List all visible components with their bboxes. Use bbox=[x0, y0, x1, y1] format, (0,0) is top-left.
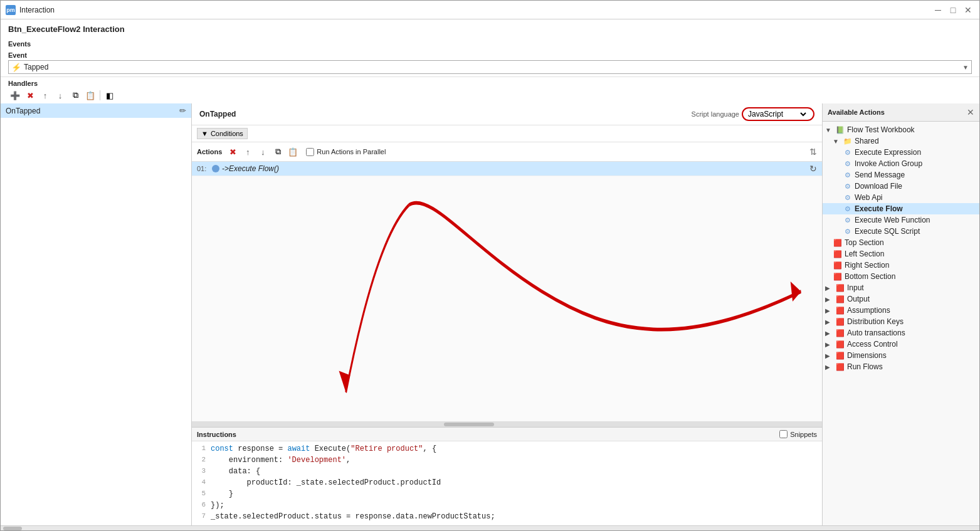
event-dropdown-arrow-icon: ▼ bbox=[962, 64, 969, 71]
handlers-toolbar: ➕ ✖ ↑ ↓ ⧉ 📋 ◧ bbox=[8, 88, 972, 102]
tree-item-auto-transactions[interactable]: ▶ 🟥 Auto transactions bbox=[823, 327, 979, 339]
parallel-label: Run Actions in Parallel bbox=[317, 148, 386, 155]
tree-label: Send Message bbox=[855, 171, 905, 179]
line-number: 3 bbox=[192, 467, 211, 475]
tree-toggle-icon: ▶ bbox=[825, 307, 835, 314]
action-icon: ⚙ bbox=[843, 216, 853, 224]
snippets-toggle[interactable]: Snippets bbox=[779, 430, 817, 438]
minimize-button[interactable]: ─ bbox=[932, 4, 944, 16]
tree-item-invoke-action-group[interactable]: ⚙ Invoke Action Group bbox=[823, 158, 979, 169]
code-editor[interactable]: 1 const response = await Execute("Retire… bbox=[192, 441, 822, 525]
tree-item-flow-test-workbook[interactable]: ▼ 📗 Flow Test Workbook bbox=[823, 124, 979, 135]
event-section: Event ⚡ Tapped ▼ bbox=[1, 49, 979, 77]
paste-action-button[interactable]: 📋 bbox=[286, 145, 300, 159]
layout-icon: 🟥 bbox=[833, 238, 843, 247]
tree-label: Invoke Action Group bbox=[855, 159, 922, 168]
script-language-select[interactable]: JavaScript bbox=[746, 109, 808, 119]
scroll-indicator bbox=[3, 527, 22, 530]
action-icon: ⚙ bbox=[843, 227, 853, 236]
event-label: Event bbox=[8, 51, 972, 59]
tree-item-assumptions[interactable]: ▶ 🟥 Assumptions bbox=[823, 305, 979, 316]
center-panel: OnTapped Script language JavaScript ▼ bbox=[192, 103, 823, 525]
conditions-button[interactable]: ▼ Conditions bbox=[197, 128, 248, 139]
tree-toggle-icon: ▶ bbox=[825, 318, 835, 325]
handler-item-edit-icon[interactable]: ✏ bbox=[179, 106, 186, 115]
code-line: 2 environment: 'Development', bbox=[192, 455, 822, 466]
window-title: Interaction bbox=[19, 6, 932, 14]
tree-item-execute-web-function[interactable]: ⚙ Execute Web Function bbox=[823, 214, 979, 226]
tree-item-left-section[interactable]: 🟥 Left Section bbox=[823, 248, 979, 260]
layout-icon: 🟥 bbox=[835, 306, 845, 315]
action-up-button[interactable]: ↑ bbox=[241, 145, 255, 159]
delete-action-button[interactable]: ✖ bbox=[226, 145, 240, 159]
copy-action-button[interactable]: ⧉ bbox=[271, 145, 285, 159]
code-line: 5 } bbox=[192, 489, 822, 500]
tree-label: Distribution Keys bbox=[847, 317, 904, 326]
tree-label: Dimensions bbox=[847, 351, 887, 360]
drag-area bbox=[192, 176, 822, 422]
copy-handler-button[interactable]: ⧉ bbox=[68, 88, 82, 102]
tree-label: Assumptions bbox=[847, 306, 890, 315]
tree-item-run-flows[interactable]: ▶ 🟥 Run Flows bbox=[823, 361, 979, 372]
handler-item-label: OnTapped bbox=[6, 107, 179, 115]
tree-label: Auto transactions bbox=[847, 329, 905, 337]
maximize-button[interactable]: □ bbox=[947, 4, 959, 16]
tree-item-top-section[interactable]: 🟥 Top Section bbox=[823, 237, 979, 248]
main-content: Btn_ExecuteFlow2 Interaction Events Even… bbox=[1, 19, 979, 530]
parallel-checkbox[interactable] bbox=[306, 148, 314, 156]
tree-item-execute-sql-script[interactable]: ⚙ Execute SQL Script bbox=[823, 226, 979, 237]
svg-marker-1 bbox=[339, 371, 350, 393]
code-line: 7 _state.selectedProduct.status = respon… bbox=[192, 512, 822, 523]
close-panel-button[interactable]: ✕ bbox=[967, 107, 974, 117]
actions-section: Actions ✖ ↑ ↓ ⧉ 📋 Run Actions in Paralle… bbox=[192, 142, 822, 176]
move-down-button[interactable]: ↓ bbox=[53, 88, 67, 102]
event-icon: ⚡ bbox=[11, 63, 21, 72]
action-icon: ⚙ bbox=[843, 193, 853, 202]
line-number: 1 bbox=[192, 444, 211, 452]
tree-label: Execute Web Function bbox=[855, 216, 930, 224]
action-collapse-icon[interactable]: ⇅ bbox=[809, 147, 817, 157]
action-down-button[interactable]: ↓ bbox=[256, 145, 270, 159]
tree-item-download-file[interactable]: ⚙ Download File bbox=[823, 181, 979, 192]
action-text: ->Execute Flow() bbox=[222, 164, 809, 173]
expand-button[interactable]: ◧ bbox=[103, 88, 117, 102]
layout-icon: 🟥 bbox=[835, 362, 845, 371]
layout-icon: 🟥 bbox=[833, 261, 843, 270]
events-section-label: Events bbox=[1, 39, 979, 49]
tree-item-access-control[interactable]: ▶ 🟥 Access Control bbox=[823, 339, 979, 350]
tree-item-web-api[interactable]: ⚙ Web Api bbox=[823, 192, 979, 203]
event-dropdown[interactable]: ⚡ Tapped ▼ bbox=[8, 60, 972, 74]
tree-item-shared[interactable]: ▼ 📁 Shared bbox=[823, 135, 979, 147]
action-refresh-icon[interactable]: ↻ bbox=[809, 164, 817, 174]
actions-label: Actions bbox=[197, 148, 222, 155]
parallel-check-label: Run Actions in Parallel bbox=[306, 148, 386, 156]
actions-header: Actions ✖ ↑ ↓ ⧉ 📋 Run Actions in Paralle… bbox=[192, 142, 822, 162]
tree-label: Shared bbox=[855, 137, 879, 145]
tree-item-execute-expression[interactable]: ⚙ Execute Expression bbox=[823, 147, 979, 158]
add-handler-button[interactable]: ➕ bbox=[8, 88, 22, 102]
bottom-status-bar bbox=[1, 525, 979, 530]
action-item[interactable]: 01: ->Execute Flow() ↻ bbox=[192, 162, 822, 176]
tree-item-output[interactable]: ▶ 🟥 Output bbox=[823, 293, 979, 305]
tree-label: Left Section bbox=[845, 250, 884, 258]
tree-item-dimensions[interactable]: ▶ 🟥 Dimensions bbox=[823, 350, 979, 361]
tree-item-input[interactable]: ▶ 🟥 Input bbox=[823, 282, 979, 293]
paste-handler-button[interactable]: 📋 bbox=[83, 88, 97, 102]
snippets-checkbox[interactable] bbox=[779, 430, 788, 438]
delete-handler-button[interactable]: ✖ bbox=[23, 88, 37, 102]
move-up-button[interactable]: ↑ bbox=[38, 88, 52, 102]
tree-item-distribution-keys[interactable]: ▶ 🟥 Distribution Keys bbox=[823, 316, 979, 327]
line-code: } bbox=[211, 490, 822, 498]
annotation-arrow bbox=[192, 176, 822, 421]
tree-item-right-section[interactable]: 🟥 Right Section bbox=[823, 260, 979, 271]
tree-item-bottom-section[interactable]: 🟥 Bottom Section bbox=[823, 271, 979, 282]
horizontal-scrollbar[interactable] bbox=[192, 422, 822, 427]
close-button[interactable]: ✕ bbox=[962, 4, 974, 16]
tree-item-execute-flow[interactable]: ⚙ Execute Flow bbox=[823, 203, 979, 214]
tree-label: Web Api bbox=[855, 193, 882, 202]
available-actions-title: Available Actions bbox=[828, 108, 967, 116]
tree-item-send-message[interactable]: ⚙ Send Message bbox=[823, 169, 979, 181]
title-bar: pm Interaction ─ □ ✕ bbox=[1, 1, 979, 19]
handler-item[interactable]: OnTapped ✏ bbox=[1, 103, 191, 118]
code-line: 4 productId: _state.selectedProduct.prod… bbox=[192, 478, 822, 489]
